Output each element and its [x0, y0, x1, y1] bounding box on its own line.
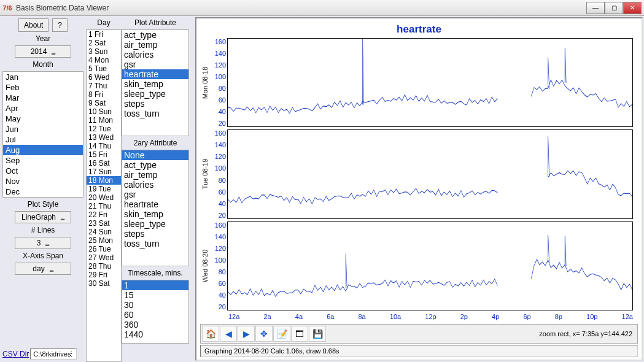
day-item[interactable]: 28 Thu: [87, 262, 121, 271]
day-item[interactable]: 2 Sat: [87, 39, 121, 47]
forward-icon[interactable]: ▶: [238, 326, 255, 342]
month-item[interactable]: Dec: [3, 187, 83, 197]
timescale-item[interactable]: 15: [122, 290, 188, 300]
csvdir-path[interactable]: C:\8rkidrives: [30, 349, 77, 360]
timescale-item[interactable]: 60: [122, 310, 188, 320]
chart-plotbox[interactable]: [227, 129, 633, 218]
month-item[interactable]: Jan: [3, 72, 83, 82]
secattr-item[interactable]: sleep_type: [122, 219, 188, 229]
day-item[interactable]: 16 Sat: [87, 159, 121, 168]
day-item[interactable]: 21 Thu: [87, 202, 121, 210]
plotattr-item[interactable]: air_temp: [122, 40, 188, 50]
chart-plotbox[interactable]: [227, 221, 633, 310]
numlines-dropdown[interactable]: 3: [15, 237, 71, 249]
day-item[interactable]: 12 Tue: [87, 125, 121, 133]
edit-icon[interactable]: 📝: [273, 326, 290, 342]
day-item[interactable]: 23 Sat: [87, 219, 121, 228]
plotattr-item[interactable]: heartrate: [122, 69, 188, 79]
timescale-item[interactable]: 30: [122, 300, 188, 310]
day-item[interactable]: 20 Wed: [87, 193, 121, 202]
month-item[interactable]: Aug: [3, 145, 83, 155]
day-item[interactable]: 1 Fri: [87, 30, 121, 39]
secattr-item[interactable]: calories: [122, 180, 188, 190]
pan-icon[interactable]: ✥: [255, 326, 273, 342]
month-item[interactable]: Oct: [3, 166, 83, 176]
config-icon[interactable]: 🗔: [291, 326, 308, 342]
month-item[interactable]: Jul: [3, 134, 83, 145]
secattr-item[interactable]: gsr: [122, 190, 188, 199]
about-button[interactable]: About: [18, 18, 48, 32]
secattr-item[interactable]: steps: [122, 229, 188, 239]
plotattr-item[interactable]: calories: [122, 50, 188, 60]
day-item[interactable]: 25 Mon: [87, 236, 121, 245]
day-listbox[interactable]: 1 Fri2 Sat3 Sun4 Mon5 Tue6 Wed7 Thu8 Fri…: [86, 29, 122, 362]
secattr-item[interactable]: toss_turn: [122, 239, 188, 248]
timescale-listbox[interactable]: 11530603601440: [122, 280, 189, 344]
timescale-item[interactable]: 360: [122, 320, 188, 329]
day-item[interactable]: 11 Mon: [87, 116, 121, 125]
plotattr-item[interactable]: sleep_type: [122, 89, 188, 99]
day-item[interactable]: 29 Fri: [87, 271, 121, 279]
chart-yaxis: 16014012010080604020: [210, 37, 227, 128]
day-item[interactable]: 22 Fri: [87, 210, 121, 219]
csvdir-link[interactable]: CSV Dir: [2, 350, 29, 358]
secattr-item[interactable]: skin_temp: [122, 209, 188, 219]
maximize-button[interactable]: ▢: [605, 2, 623, 14]
day-item[interactable]: 14 Thu: [87, 142, 121, 150]
day-item[interactable]: 27 Wed: [87, 253, 121, 262]
day-item[interactable]: 9 Sat: [87, 99, 121, 107]
minimize-button[interactable]: —: [586, 2, 605, 14]
day-item[interactable]: 30 Sat: [87, 279, 121, 288]
day-item[interactable]: 5 Tue: [87, 64, 121, 73]
close-button[interactable]: ✕: [623, 2, 642, 14]
save-icon[interactable]: 💾: [309, 326, 326, 342]
day-item[interactable]: 6 Wed: [87, 73, 121, 82]
day-item[interactable]: 3 Sun: [87, 47, 121, 56]
plot-area: heartrate Mon 08-1816014012010080604020T…: [195, 17, 643, 361]
day-item[interactable]: 7 Thu: [87, 82, 121, 90]
day-item[interactable]: 19 Tue: [87, 185, 121, 193]
day-item[interactable]: 4 Mon: [87, 56, 121, 64]
day-item[interactable]: 8 Fri: [87, 90, 121, 99]
day-item[interactable]: 26 Tue: [87, 245, 121, 253]
timescale-item[interactable]: 1440: [122, 329, 188, 339]
month-item[interactable]: Jun: [3, 124, 83, 134]
plotattr-listbox[interactable]: act_typeair_tempcaloriesgsrheartrateskin…: [122, 29, 189, 136]
year-dropdown[interactable]: 2014: [15, 45, 71, 58]
chart-yaxis: 16014012010080604020: [210, 220, 227, 312]
day-item[interactable]: 24 Sun: [87, 228, 121, 236]
chart-plotbox[interactable]: [227, 38, 633, 127]
help-button[interactable]: ?: [52, 18, 68, 32]
plotattr-item[interactable]: skin_temp: [122, 79, 188, 89]
controls-panel: About ? Year 2014 Month JanFebMarAprMayJ…: [0, 16, 86, 362]
plotattr-item[interactable]: toss_turn: [122, 109, 188, 118]
xspan-dropdown[interactable]: day: [15, 263, 71, 275]
day-item[interactable]: 10 Sun: [87, 107, 121, 116]
day-item[interactable]: 13 Wed: [87, 133, 121, 142]
plotattr-item[interactable]: steps: [122, 99, 188, 109]
month-item[interactable]: Feb: [3, 82, 83, 93]
secattr-item[interactable]: None: [122, 150, 188, 160]
day-item[interactable]: 15 Fri: [87, 150, 121, 159]
day-item[interactable]: 18 Mon: [87, 176, 121, 185]
timescale-item[interactable]: 1: [122, 280, 188, 290]
month-listbox[interactable]: JanFebMarAprMayJunJulAugSepOctNovDec: [2, 71, 83, 198]
plotattr-item[interactable]: act_type: [122, 30, 188, 40]
back-icon[interactable]: ◀: [220, 326, 237, 342]
month-item[interactable]: Nov: [3, 176, 83, 187]
home-icon[interactable]: 🏠: [202, 326, 219, 342]
month-item[interactable]: Sep: [3, 155, 83, 166]
month-item[interactable]: Apr: [3, 103, 83, 114]
month-item[interactable]: May: [3, 114, 83, 124]
plotstyle-dropdown[interactable]: LineGraph: [15, 211, 71, 223]
numlines-label: # Lines: [2, 225, 83, 236]
chart-row: Mon 08-1816014012010080604020: [200, 37, 633, 128]
month-label: Month: [2, 59, 83, 70]
secattr-item[interactable]: air_temp: [122, 170, 188, 180]
day-item[interactable]: 17 Sun: [87, 168, 121, 176]
secattr-listbox[interactable]: Noneact_typeair_tempcaloriesgsrheartrate…: [122, 150, 189, 266]
secattr-item[interactable]: act_type: [122, 160, 188, 170]
plotattr-item[interactable]: gsr: [122, 60, 188, 69]
secattr-item[interactable]: heartrate: [122, 199, 188, 209]
month-item[interactable]: Mar: [3, 93, 83, 103]
